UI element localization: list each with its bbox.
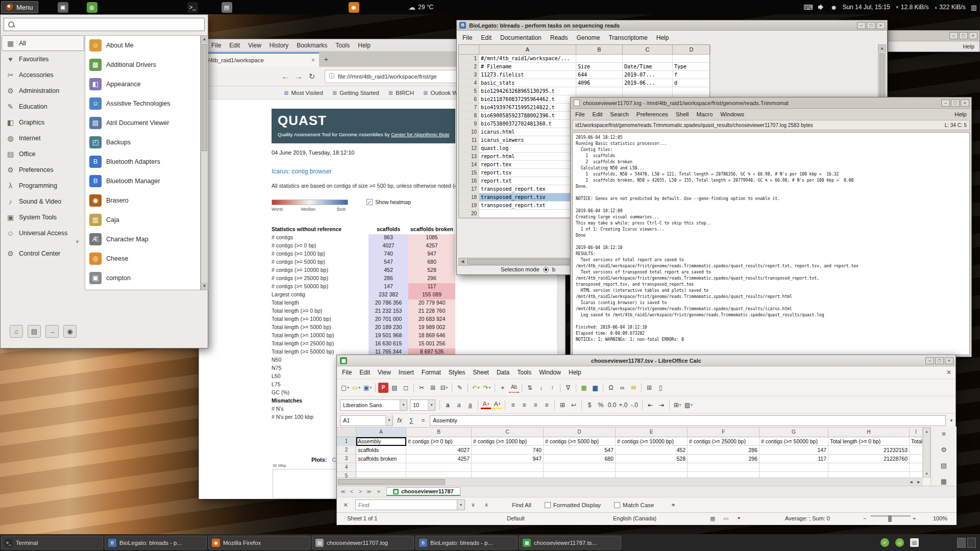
taskbar-item-terminal[interactable]: >_Terminal [1, 536, 103, 549]
calc-cell[interactable]: 547 [544, 446, 616, 455]
calc-cell[interactable]: 4257 [406, 455, 472, 463]
biolegato-menu-transcriptome[interactable]: Transcriptome [608, 34, 647, 41]
selection-mode-indicator[interactable]: ▭ [723, 515, 728, 522]
biolegato-cell[interactable]: 11273.filelist [479, 71, 576, 79]
page-style[interactable]: Default [507, 515, 525, 521]
calc-cell[interactable] [406, 472, 472, 478]
menu-app-cheese[interactable]: ◎Cheese [85, 249, 200, 268]
icarus-link[interactable]: Icarus: contig browser [272, 168, 331, 175]
sheet-nav-icon[interactable]: ≪ [339, 489, 347, 494]
zoom-slider-thumb[interactable] [888, 515, 892, 522]
log-menu-file[interactable]: File [575, 111, 585, 117]
log-menu-windows[interactable]: Windows [720, 111, 744, 117]
document-language[interactable]: English (Canada) [613, 515, 656, 521]
calc-menu-edit[interactable]: Edit [359, 369, 370, 376]
autofilter-icon[interactable]: ∇ [563, 383, 573, 393]
calc-cell[interactable]: 4027 [406, 446, 472, 455]
biolegato-menu-help[interactable]: Help [656, 34, 669, 41]
calc-menu-sheet[interactable]: Sheet [473, 369, 489, 376]
logout-icon[interactable]: → [45, 325, 59, 338]
biolegato-cell[interactable]: report.html [479, 153, 576, 160]
close-icon[interactable]: × [945, 357, 953, 364]
font-name-combobox[interactable]: Liberation Sans▼ [340, 399, 407, 411]
scroll-up-icon[interactable]: ▲ [201, 36, 208, 43]
align-left-icon[interactable]: ≡ [508, 400, 518, 410]
calc-menu-styles[interactable]: Styles [449, 369, 465, 376]
menu-category-accessories[interactable]: ✂Accessories [2, 67, 84, 83]
menu-app-atril-document-viewer[interactable]: ▤Atril Document Viewer [85, 113, 200, 133]
biolegato-cell[interactable] [576, 87, 623, 95]
menu-category-preferences[interactable]: ⚙Preferences [2, 162, 84, 178]
calc-column-header-a[interactable]: A [356, 428, 406, 437]
split-window-icon[interactable]: ▯ [655, 383, 666, 393]
biolegato-menu-reads[interactable]: Reads [550, 34, 568, 41]
biolegato-menu-documentation[interactable]: Documentation [500, 34, 542, 41]
maximize-icon[interactable]: □ [959, 32, 968, 39]
justify-icon[interactable]: ≡ [542, 400, 552, 410]
align-center-icon[interactable]: ≡ [519, 400, 529, 410]
calc-cell[interactable]: 680 [544, 455, 616, 463]
decrease-indent-icon[interactable]: ⇤ [645, 400, 655, 410]
biolegato-cell[interactable]: 4096 [576, 79, 623, 87]
calc-cell[interactable]: # contigs (>= 0 bp) [406, 437, 472, 446]
reload-icon[interactable]: ↻ [305, 72, 318, 81]
menu-app-appearance[interactable]: ◧Appearance [85, 74, 200, 94]
biolegato-cell[interactable] [623, 87, 673, 95]
calc-column-header-c[interactable]: C [472, 428, 544, 437]
export-pdf-icon[interactable]: P [378, 383, 388, 393]
insert-image-icon[interactable]: ▦ [579, 383, 589, 393]
firefox-menu-tools[interactable]: Tools [335, 42, 350, 49]
menu-category-office[interactable]: ▤Office [2, 146, 84, 162]
format-currency-icon[interactable]: $ [584, 400, 595, 410]
log-text-area[interactable]: 2019-06-04 18:12:05Running Basic statist… [572, 132, 970, 355]
menu-button[interactable]: Menu [1, 1, 38, 13]
calc-cell[interactable]: 147 [760, 446, 828, 455]
menu-app-bluetooth-adapters[interactable]: BBluetooth Adapters [85, 152, 200, 171]
selection-mode-radio[interactable] [543, 267, 549, 272]
calc-cell[interactable]: 296 [688, 455, 760, 463]
calc-column-header-h[interactable]: H [828, 428, 910, 437]
biolegato-cell[interactable]: bio2118760837295964462.t [479, 95, 576, 103]
scroll-down-icon[interactable]: ▼ [201, 283, 208, 290]
network-upload[interactable]: ▲322 KiB/s [934, 4, 965, 11]
biolegato-cell[interactable] [576, 55, 623, 62]
italic-icon[interactable]: a [454, 400, 464, 410]
biolegato-cell[interactable]: # Filename [479, 63, 576, 70]
sidebar-settings-icon[interactable]: ≡ [938, 429, 950, 440]
calc-cell[interactable] [616, 472, 688, 478]
calc-hscrollbar[interactable]: ◀ ▶ [337, 478, 923, 486]
find-close-icon[interactable]: ✕ [343, 502, 348, 509]
calc-row-header[interactable]: 3 [337, 455, 356, 463]
background-window-titlebar[interactable]: – □ × [888, 31, 979, 41]
calc-cell[interactable] [544, 472, 616, 478]
screenshot-launcher-icon[interactable]: ▣ [58, 2, 68, 13]
calc-column-header-g[interactable]: G [760, 428, 828, 437]
menu-app-additional-drivers[interactable]: ▦Additional Drivers [85, 55, 200, 74]
firefox-menu-help[interactable]: Help [358, 42, 371, 49]
calc-cell[interactable]: 286 [688, 446, 760, 455]
borders-icon[interactable]: ⊞▾ [672, 400, 682, 410]
biolegato-cell[interactable]: d [673, 79, 710, 87]
calc-cell[interactable] [406, 463, 472, 472]
match-case-checkbox[interactable] [614, 502, 620, 508]
firefox-menu-history[interactable]: History [270, 42, 288, 49]
workspace-2[interactable] [967, 538, 976, 548]
keyboard-indicator-icon[interactable]: ⌨ [803, 4, 813, 11]
sort-icon[interactable]: ⇅ [525, 383, 535, 393]
function-wizard-icon[interactable]: fx [395, 417, 405, 424]
calc-row-header[interactable]: 2 [337, 446, 356, 455]
increase-indent-icon[interactable]: ⇥ [656, 400, 667, 410]
menu-category-favourites[interactable]: ♥Favourites [2, 51, 84, 67]
log-menu-shell[interactable]: Shell [676, 111, 689, 117]
taskbar-item-chooseviewer11787-ts[interactable]: ▦chooseviewer11787.ts... [519, 536, 621, 549]
firefox-menu-bookmarks[interactable]: Bookmarks [297, 42, 327, 49]
calc-column-header-f[interactable]: F [688, 428, 760, 437]
formula-input[interactable]: Assembly [430, 415, 946, 426]
tray-icon-1[interactable]: ✓ [880, 538, 889, 547]
calc-cell[interactable] [910, 446, 923, 455]
calc-column-header-d[interactable]: D [544, 428, 616, 437]
taskbar-item-biolegato-blreads-p[interactable]: BBioLegato: blreads - p... [105, 536, 207, 549]
biolegato-cell[interactable]: transposed_report.txt [479, 202, 576, 209]
menu-category-administration[interactable]: ⚙Administration [2, 83, 84, 98]
sum-icon[interactable]: ∑ [406, 417, 416, 424]
